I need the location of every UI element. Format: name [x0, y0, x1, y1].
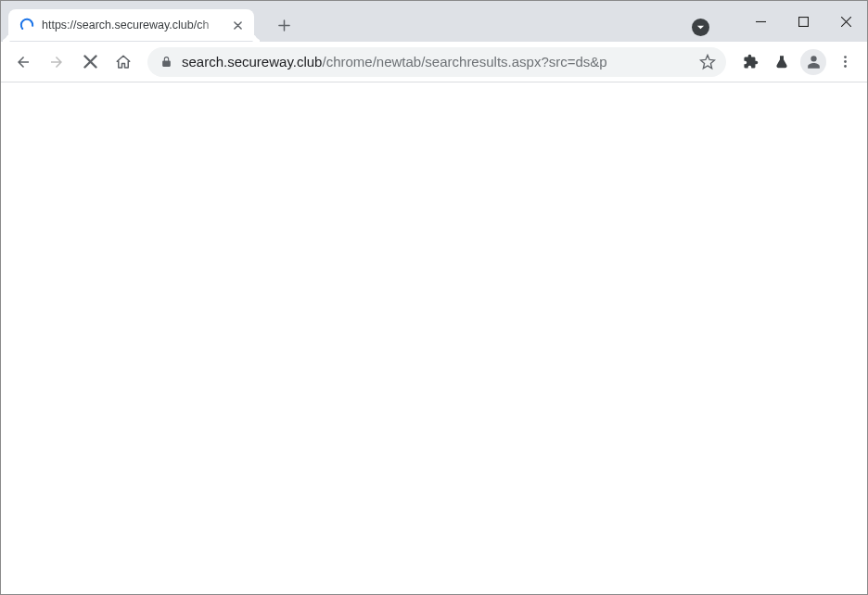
window-close-button[interactable]: [824, 6, 867, 37]
labs-icon[interactable]: [767, 47, 797, 77]
url-text: search.secureway.club/chrome/newtab/sear…: [182, 54, 687, 70]
tab-strip-right: [692, 1, 867, 42]
new-tab-button[interactable]: [271, 12, 297, 38]
nav-forward-button[interactable]: [42, 47, 71, 77]
svg-point-0: [19, 18, 34, 32]
window-minimize-button[interactable]: [739, 6, 782, 37]
window-maximize-button[interactable]: [782, 6, 824, 37]
page-content: [1, 82, 867, 594]
nav-back-button[interactable]: [8, 47, 38, 77]
toolbar-actions: [735, 47, 860, 77]
url-host: search.secureway.club: [182, 54, 322, 70]
menu-icon[interactable]: [830, 47, 860, 77]
svg-rect-1: [798, 17, 808, 26]
tab-title: https://search.secureway.club/ch: [42, 19, 226, 32]
browser-tab[interactable]: https://search.secureway.club/ch: [8, 9, 254, 41]
caret-down-icon[interactable]: [692, 19, 709, 36]
window-controls: [739, 6, 867, 37]
svg-point-4: [844, 65, 847, 68]
tab-close-icon[interactable]: [230, 18, 245, 32]
lock-icon[interactable]: [160, 56, 172, 68]
home-button[interactable]: [108, 47, 138, 77]
loading-spinner-icon: [19, 18, 34, 32]
toolbar: search.secureway.club/chrome/newtab/sear…: [1, 42, 867, 82]
svg-point-2: [844, 56, 847, 58]
extensions-icon[interactable]: [735, 47, 765, 77]
svg-point-3: [844, 60, 847, 63]
address-bar[interactable]: search.secureway.club/chrome/newtab/sear…: [147, 47, 726, 77]
tab-strip: https://search.secureway.club/ch: [1, 1, 867, 42]
url-path: /chrome/newtab/searchresults.aspx?src=ds…: [322, 54, 606, 70]
profile-avatar-icon[interactable]: [800, 49, 826, 75]
bookmark-star-icon[interactable]: [695, 49, 721, 75]
stop-button[interactable]: [75, 47, 105, 77]
